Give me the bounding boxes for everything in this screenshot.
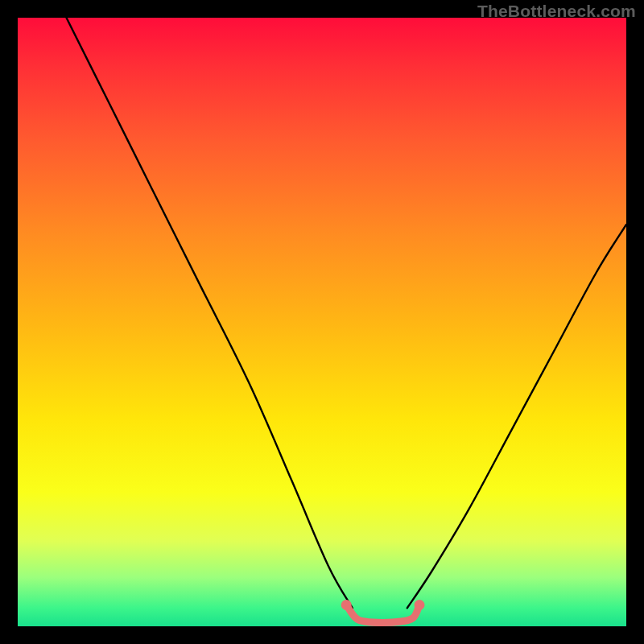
right-curve: [407, 225, 626, 608]
left-curve: [67, 18, 353, 608]
curves-svg: [18, 18, 626, 626]
plateau-dot-right: [415, 600, 425, 610]
chart-frame: TheBottleneck.com: [0, 0, 644, 644]
plateau-dot-left: [341, 600, 352, 610]
plot-area: [18, 18, 626, 626]
